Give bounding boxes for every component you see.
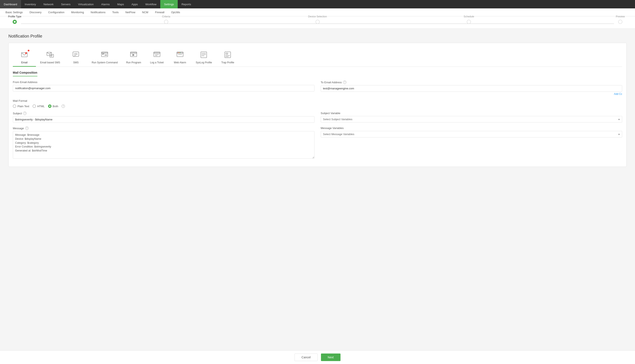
sub-nav-item-tools[interactable]: Tools	[109, 8, 122, 16]
profile-type-run-cmd[interactable]: Run System Command	[87, 47, 122, 67]
svg-rect-14	[105, 55, 107, 56]
svg-rect-28	[201, 52, 207, 58]
email-badge-dot	[28, 50, 29, 52]
wizard-step-label-4: Preview	[616, 15, 625, 18]
svg-rect-33	[226, 53, 228, 54]
main-content: Notification Profile Email Email based S…	[0, 29, 635, 172]
sub-nav-item-ncm[interactable]: NCM	[139, 8, 152, 16]
subject-help-icon[interactable]: ?	[23, 112, 27, 115]
message-group: Message ?	[13, 126, 314, 158]
profile-icons-row: Email Email based SMS SMS Run System Com…	[13, 47, 622, 67]
from-email-input[interactable]	[13, 85, 314, 92]
wizard-step-label-1: Criteria	[162, 15, 170, 18]
email-sms-label: Email based SMS	[40, 61, 60, 64]
web-alarm-label: Web Alarm	[174, 61, 186, 64]
message-variable-label: Message Variables	[321, 126, 622, 130]
svg-rect-19	[154, 52, 160, 53]
mail-composition: Mail Composition From Email Address To E…	[13, 67, 622, 158]
wizard-step-label-0: Profile Type	[8, 15, 21, 18]
radio-circle-plain	[13, 104, 16, 108]
email-sms-icon	[46, 50, 55, 59]
sub-nav-item-monitoring[interactable]: Monitoring	[68, 8, 87, 16]
web-alarm-icon	[175, 50, 185, 59]
message-help-icon[interactable]: ?	[25, 126, 29, 130]
wizard-step-4[interactable]: Preview	[618, 20, 622, 25]
subject-group: Subject ?	[13, 112, 314, 123]
wizard-step-3[interactable]: Schedule	[467, 20, 471, 25]
svg-point-25	[179, 52, 179, 53]
wizard-step-1[interactable]: Criteria	[164, 20, 168, 25]
page-title: Notification Profile	[9, 34, 626, 38]
svg-rect-3	[50, 54, 54, 57]
to-email-input[interactable]	[321, 85, 622, 92]
profile-type-web-alarm[interactable]: Web Alarm	[168, 47, 191, 67]
radio-plain[interactable]: Plain Text	[13, 104, 29, 108]
mail-format-help-icon[interactable]: ?	[62, 104, 65, 108]
subject-variable-label: Subject Variable	[321, 112, 622, 115]
message-textarea[interactable]	[13, 131, 314, 158]
radio-circle-both	[48, 104, 52, 108]
sms-icon	[71, 50, 80, 59]
mail-format-radio-group: Plain TextHTMLBoth?	[13, 104, 622, 108]
email-addresses-row: From Email Address To Email Address ? Ad…	[13, 80, 622, 96]
section-title: Mail Composition	[13, 71, 37, 76]
wizard-step-0[interactable]: Profile Type	[13, 20, 17, 25]
svg-point-24	[178, 52, 178, 53]
top-nav-item-network[interactable]: Network	[40, 0, 57, 8]
subject-variable-group: Subject Variable Select Subject Variable…	[321, 112, 622, 122]
run-cmd-label: Run System Command	[92, 61, 118, 64]
profile-type-sms[interactable]: SMS	[64, 47, 87, 67]
wizard-step-circle-2	[316, 20, 320, 24]
svg-rect-16	[130, 52, 137, 53]
subject-input[interactable]	[13, 116, 314, 123]
svg-marker-17	[133, 54, 135, 56]
subject-variable-select[interactable]: Select Subject Variables	[321, 116, 622, 122]
svg-point-26	[180, 52, 180, 53]
wizard-step-circle-3	[467, 20, 471, 24]
profile-type-email[interactable]: Email	[13, 47, 36, 67]
radio-label-html: HTML	[37, 105, 45, 108]
to-email-help-icon[interactable]: ?	[343, 80, 346, 84]
subject-label: Subject ?	[13, 112, 314, 115]
top-nav-item-reports[interactable]: Reports	[178, 0, 195, 8]
top-nav-item-virtualization[interactable]: Virtualization	[74, 0, 97, 8]
wizard-step-label-3: Schedule	[464, 15, 474, 18]
trap-label: Trap Profile	[221, 61, 234, 64]
to-email-group: To Email Address ? Add Cc	[321, 80, 622, 96]
svg-marker-10	[74, 56, 75, 57]
top-nav-item-dashboard[interactable]: Dashboard	[0, 0, 21, 8]
profile-type-ticket[interactable]: Log a Ticket	[145, 47, 168, 67]
sub-nav-item-discovery[interactable]: Discovery	[26, 8, 45, 16]
profile-type-run-program[interactable]: Run Program	[122, 47, 145, 67]
top-nav-item-alarms[interactable]: Alarms	[97, 0, 113, 8]
run-cmd-icon	[100, 50, 109, 59]
subject-variable-select-wrapper: Select Subject Variables ▼	[321, 116, 622, 122]
top-nav-item-maps[interactable]: Maps	[113, 0, 128, 8]
message-label: Message ?	[13, 126, 314, 130]
sub-nav-item-configuration[interactable]: Configuration	[45, 8, 68, 16]
wizard-steps: Profile TypeCriteriaDevice SelectionSche…	[0, 20, 635, 28]
top-nav-item-inventory[interactable]: Inventory	[21, 0, 40, 8]
sub-nav-item-notifications[interactable]: Notifications	[87, 8, 109, 16]
radio-circle-html	[33, 104, 36, 108]
to-email-label: To Email Address ?	[321, 80, 622, 84]
profile-type-trap[interactable]: Trap Profile	[216, 47, 239, 67]
syslog-icon	[199, 50, 208, 59]
top-nav-item-settings[interactable]: Settings	[160, 0, 178, 8]
top-navigation: DashboardInventoryNetworkServersVirtuali…	[0, 0, 635, 8]
radio-label-both: Both	[53, 105, 58, 108]
wizard-step-2[interactable]: Device Selection	[316, 20, 320, 25]
radio-both[interactable]: Both	[48, 104, 58, 108]
syslog-label: SysLog Profile	[196, 61, 212, 64]
top-nav-item-servers[interactable]: Servers	[57, 0, 74, 8]
top-nav-item-workflow[interactable]: Workflow	[142, 0, 160, 8]
profile-type-syslog[interactable]: SysLog Profile	[191, 47, 216, 67]
from-email-group: From Email Address	[13, 80, 314, 92]
profile-type-email-sms[interactable]: Email based SMS	[36, 47, 64, 67]
radio-label-plain: Plain Text	[18, 105, 29, 108]
add-cc-link[interactable]: Add Cc	[321, 92, 622, 96]
radio-html[interactable]: HTML	[33, 104, 45, 108]
message-variable-select[interactable]: Select Message Variables	[321, 131, 622, 138]
top-nav-item-apps[interactable]: Apps	[128, 0, 142, 8]
sub-nav-item-netflow[interactable]: NetFlow	[122, 8, 139, 16]
